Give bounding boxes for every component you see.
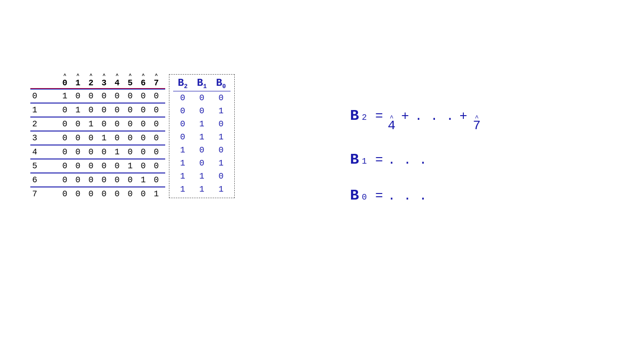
- input-row-5: 00000100: [56, 159, 165, 173]
- output-row: 100: [173, 144, 231, 157]
- input-bit-6-6: 1: [138, 175, 148, 185]
- input-bit-2-0: 0: [60, 119, 70, 129]
- digit-header-6: ^ 6: [138, 74, 148, 87]
- input-bit-5-0: 0: [60, 161, 70, 171]
- octal-digit-0: 0: [30, 89, 56, 103]
- output-table-area: B2 B1 B0 000001010011100101110111: [165, 72, 235, 198]
- input-bit-2-5: 0: [125, 119, 135, 129]
- digit-header-0: ^ 0: [60, 74, 70, 87]
- b1-label: B: [350, 151, 359, 168]
- input-bit-3-0: 0: [60, 133, 70, 143]
- table-row: 600000010: [30, 173, 165, 187]
- input-bit-3-6: 0: [138, 133, 148, 143]
- input-bit-3-4: 0: [112, 133, 122, 143]
- b1-subscript: 1: [362, 157, 367, 166]
- digit-header-4: ^ 4: [112, 74, 122, 87]
- octal-digit-5: 5: [30, 159, 56, 173]
- input-bit-4-3: 0: [99, 147, 109, 157]
- output-b1-3: 1: [192, 131, 211, 144]
- table-row: 400001000: [30, 145, 165, 159]
- octal-digit-7: 7: [30, 187, 56, 200]
- output-row: 001: [173, 104, 231, 117]
- input-bit-1-1: 1: [73, 105, 83, 115]
- input-bit-5-7: 0: [151, 161, 161, 171]
- b1-dots: . . .: [388, 153, 427, 167]
- input-bit-0-4: 0: [112, 91, 122, 101]
- input-bit-1-7: 0: [151, 105, 161, 115]
- output-b0-6: 0: [211, 170, 231, 183]
- input-bit-7-7: 1: [151, 189, 161, 199]
- input-bit-7-2: 0: [86, 189, 96, 199]
- table-row: 010000000: [30, 89, 165, 103]
- input-bit-6-1: 0: [73, 175, 83, 185]
- b0-label: B: [350, 187, 359, 204]
- output-b2-3: 0: [173, 131, 192, 144]
- b2-term-hat4: ^ 4: [388, 115, 396, 132]
- input-bit-7-1: 0: [73, 189, 83, 199]
- input-bit-3-7: 0: [151, 133, 161, 143]
- input-bit-6-4: 0: [112, 175, 122, 185]
- b2-plus2: +: [459, 109, 467, 124]
- input-bit-1-6: 0: [138, 105, 148, 115]
- b1-equals: =: [375, 153, 383, 167]
- output-row: 110: [173, 170, 231, 183]
- octal-digit-1: 1: [30, 103, 56, 117]
- output-b2-5: 1: [173, 157, 192, 170]
- input-bit-5-3: 0: [99, 161, 109, 171]
- output-b0-header: B0: [211, 76, 231, 91]
- output-b2-0: 0: [173, 91, 192, 105]
- input-bit-0-0: 1: [60, 91, 70, 101]
- b0-equals: =: [375, 189, 383, 203]
- output-row: 000: [173, 91, 231, 105]
- input-bit-4-6: 0: [138, 147, 148, 157]
- input-bit-6-7: 0: [151, 175, 161, 185]
- input-bit-0-2: 0: [86, 91, 96, 101]
- digit-header-2: ^ 2: [86, 74, 96, 87]
- b0-dots: . . .: [388, 189, 427, 203]
- input-bit-4-1: 0: [73, 147, 83, 157]
- input-bit-7-5: 0: [125, 189, 135, 199]
- input-bit-4-4: 1: [112, 147, 122, 157]
- input-bit-7-4: 0: [112, 189, 122, 199]
- output-b1-7: 1: [192, 183, 211, 196]
- digit-header-5: ^ 5: [125, 74, 135, 87]
- table-row: 200100000: [30, 117, 165, 131]
- b2-term-hat7: ^ 7: [473, 115, 481, 132]
- input-bit-6-2: 0: [86, 175, 96, 185]
- octal-digit-2: 2: [30, 117, 56, 131]
- input-bit-0-6: 0: [138, 91, 148, 101]
- octal-header: [30, 72, 56, 88]
- input-row-1: 01000000: [56, 103, 165, 117]
- b2-label: B: [350, 107, 359, 124]
- output-b1-5: 0: [192, 157, 211, 170]
- input-bit-3-5: 0: [125, 133, 135, 143]
- truth-table-left: ^ 0 ^ 1 ^ 2: [30, 72, 165, 200]
- input-bit-0-7: 0: [151, 91, 161, 101]
- b2-equation: B 2 = ^ 4 + . . . + ^ 7: [350, 107, 481, 132]
- output-b1-1: 0: [192, 104, 211, 117]
- input-row-6: 00000010: [56, 173, 165, 187]
- input-bit-1-3: 0: [99, 105, 109, 115]
- output-b1-0: 0: [192, 91, 211, 105]
- input-bit-3-2: 0: [86, 133, 96, 143]
- output-b2-2: 0: [173, 117, 192, 131]
- input-lines-header: ^ 0 ^ 1 ^ 2: [56, 72, 165, 88]
- input-bit-5-5: 1: [125, 161, 135, 171]
- output-b2-6: 1: [173, 170, 192, 183]
- output-row: 010: [173, 117, 231, 131]
- input-bit-6-5: 0: [125, 175, 135, 185]
- input-bit-4-2: 0: [86, 147, 96, 157]
- octal-digit-4: 4: [30, 145, 56, 159]
- input-bit-1-4: 0: [112, 105, 122, 115]
- digit-header-3: ^ 3: [99, 74, 109, 87]
- output-b1-6: 1: [192, 170, 211, 183]
- b2-equals: =: [375, 109, 383, 124]
- b0-equation: B 0 = . . .: [350, 187, 481, 204]
- output-b2-7: 1: [173, 183, 192, 196]
- octal-digit-3: 3: [30, 131, 56, 145]
- input-bit-2-2: 1: [86, 119, 96, 129]
- input-row-4: 00001000: [56, 145, 165, 159]
- input-row-0: 10000000: [56, 89, 165, 103]
- input-bit-5-4: 0: [112, 161, 122, 171]
- octal-digit-6: 6: [30, 173, 56, 187]
